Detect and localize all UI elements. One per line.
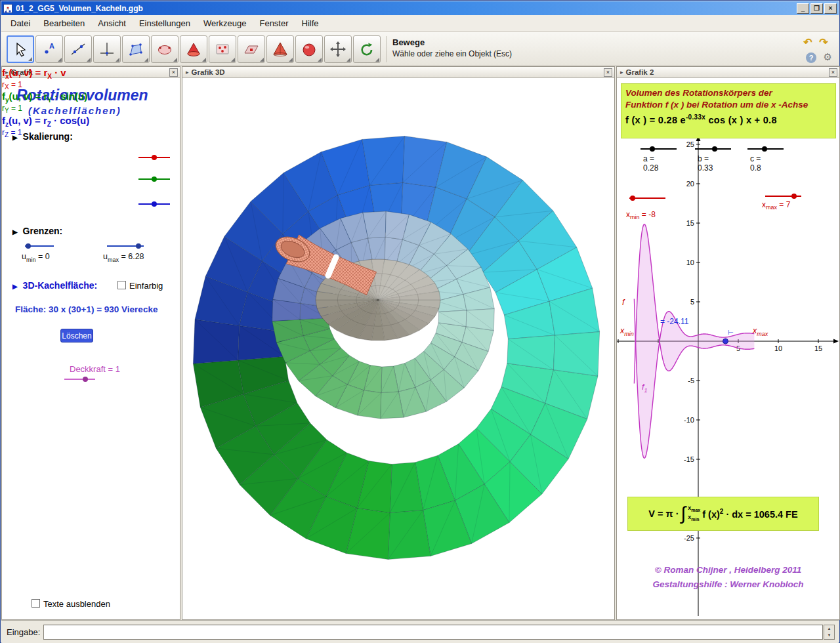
move-view-tool-button[interactable] — [324, 35, 352, 63]
f-curve-label: f — [622, 298, 624, 307]
move-arrow-icon — [12, 41, 30, 58]
param-slider[interactable] — [695, 148, 731, 150]
ellipse-icon — [156, 41, 173, 58]
integral-lower: xmin — [688, 514, 700, 523]
volume-formula-box: V = π · ∫ xmax xmin f (x)2 · dx = 1065.4… — [627, 497, 819, 531]
menu-hilfe[interactable]: Hilfe — [295, 16, 326, 31]
menu-ansicht[interactable]: Ansicht — [91, 16, 133, 31]
deckkraft-slider-handle[interactable] — [83, 377, 88, 382]
x-tick-label: 15 — [814, 344, 822, 352]
texte-ausblenden-checkbox[interactable] — [32, 599, 40, 608]
slider-handle[interactable] — [152, 201, 157, 207]
menu-einstellungen[interactable]: Einstellungen — [133, 16, 197, 31]
pyramid-icon — [272, 41, 289, 58]
param-slider-label: b = 0.33 — [698, 154, 713, 173]
slider-handle[interactable] — [762, 146, 767, 152]
plane-three-points-icon — [214, 41, 231, 58]
sphere-tool-button[interactable] — [295, 35, 323, 63]
close-panel-icon[interactable]: × — [604, 68, 612, 77]
intersect-surfaces-icon — [185, 41, 202, 58]
slider-handle[interactable] — [152, 155, 157, 160]
xmax-slider-handle[interactable] — [791, 194, 797, 199]
rotation-surface-3d-view[interactable] — [182, 78, 614, 619]
pyramid-tool-button[interactable] — [266, 35, 294, 63]
function-formula: f (x ) = 0.28 e-0.33x cos (x ) x + 0.8 — [625, 114, 831, 125]
umin-slider-handle[interactable] — [26, 243, 31, 249]
polygon-tool-button[interactable] — [122, 35, 150, 63]
slider-handle[interactable] — [650, 146, 655, 152]
rotate-view-tool-button[interactable] — [353, 35, 381, 63]
input-history-spinner: ▲ ▼ — [824, 625, 835, 640]
minimize-button[interactable]: _ — [797, 3, 809, 14]
xmax-slider-label: xmax = 7 — [762, 200, 790, 211]
help-icon[interactable]: ? — [806, 52, 816, 63]
settings-gear-icon[interactable]: ⚙ — [824, 51, 832, 63]
triangle-bullet-icon: ▶ — [12, 283, 18, 290]
radius-slider[interactable] — [138, 178, 170, 180]
window-title: 01_2_GG5_Volumen_Kacheln.ggb — [16, 4, 795, 13]
volume-result: f (x)2 · dx = 1065.4 FE — [702, 508, 797, 520]
y-tick-label: -10 — [684, 416, 694, 424]
close-panel-icon[interactable]: × — [169, 68, 178, 77]
umax-slider-handle[interactable] — [136, 243, 141, 249]
undo-button[interactable]: ↶ — [801, 36, 815, 49]
einfarbig-checkbox[interactable] — [117, 281, 126, 289]
line-tool-button[interactable] — [64, 35, 92, 63]
active-tool-hint: Wähle oder ziehe ein Objekt (Esc) — [392, 49, 512, 58]
spin-down-icon[interactable]: ▼ — [824, 632, 834, 638]
intersect-tool-button[interactable] — [180, 35, 207, 63]
slider-handle[interactable] — [152, 176, 157, 182]
xmin-slider-handle[interactable] — [630, 196, 635, 201]
maximize-button[interactable]: ❐ — [810, 3, 823, 14]
perpendicular-tool-button[interactable] — [93, 35, 121, 63]
collapse-icon[interactable]: ▸ — [186, 69, 189, 75]
close-button[interactable]: × — [824, 3, 837, 14]
xmin-slider[interactable] — [629, 197, 665, 199]
loeschen-button[interactable]: Löschen — [60, 329, 93, 342]
radius-slider-label: rZ = 1 — [2, 128, 89, 138]
section-grenzen: ▶ Grenzen: — [12, 226, 62, 236]
graphics-panel: ▸ Grafik × Rotationsvolumen (Kachelfläch… — [1, 66, 180, 620]
y-tick-label: 15 — [686, 219, 694, 227]
umax-slider[interactable] — [107, 245, 144, 247]
slider-handle[interactable] — [712, 146, 717, 152]
umax-label: umax = 6.28 — [103, 252, 144, 263]
menubar: DateiBearbeitenAnsichtEinstellungenWerkz… — [1, 15, 839, 32]
toolbar: A — [1, 32, 839, 66]
spin-up-icon[interactable]: ▲ — [824, 625, 834, 632]
point-icon: A — [41, 41, 58, 58]
radius-slider[interactable] — [138, 203, 170, 205]
xmax-slider[interactable] — [765, 196, 801, 197]
marked-point[interactable] — [723, 339, 728, 344]
collapse-icon[interactable]: ▸ — [620, 69, 623, 75]
menu-fenster[interactable]: Fenster — [253, 16, 295, 31]
menu-datei[interactable]: Datei — [4, 16, 37, 31]
umin-label: umin = 0 — [22, 252, 50, 263]
plane-points-tool-button[interactable] — [209, 35, 236, 63]
param-slider[interactable] — [640, 148, 677, 150]
plane-tool-button[interactable] — [238, 35, 265, 63]
credit-line-1: © Roman Chijner , Heidelberg 2011 — [617, 563, 839, 577]
function-graph-plot[interactable]: 51015252015105-5-10-15-25 — [617, 136, 839, 621]
algebra-input[interactable] — [43, 625, 823, 640]
point-tool-button[interactable]: A — [35, 35, 63, 63]
y-tick-label: -5 — [688, 377, 694, 384]
close-panel-icon[interactable]: × — [829, 68, 837, 77]
plane-icon — [243, 41, 260, 58]
move-tool-button[interactable] — [7, 35, 34, 63]
menu-bearbeiten[interactable]: Bearbeiten — [37, 16, 91, 31]
menu-werkzeuge[interactable]: Werkzeuge — [197, 16, 253, 31]
deckkraft-slider[interactable] — [64, 379, 95, 380]
info-box: Volumen des Rotationskörpers der Funktio… — [621, 83, 836, 138]
redo-button[interactable]: ↷ — [816, 36, 831, 49]
param-slider[interactable] — [747, 148, 784, 150]
ellipse-tool-button[interactable] — [151, 35, 178, 63]
umin-slider[interactable] — [25, 245, 54, 247]
section-label: 3D-Kachelfläche: — [23, 280, 98, 291]
radius-slider[interactable] — [138, 157, 170, 158]
y-tick-label: 10 — [686, 259, 694, 266]
move-graphics-view-icon — [329, 41, 346, 58]
deckkraft-label: Deckkraft = 1 — [70, 364, 120, 374]
sphere-icon — [301, 41, 318, 58]
f1-curve-label: f1 — [642, 383, 648, 394]
